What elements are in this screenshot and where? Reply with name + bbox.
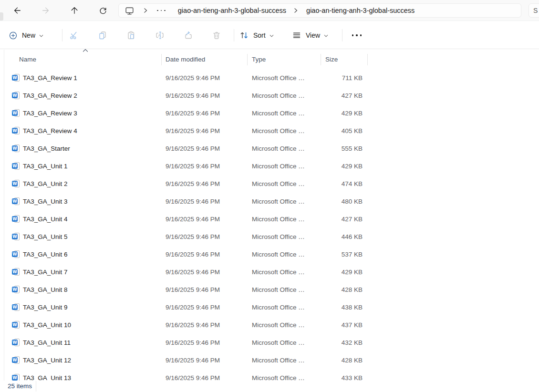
- address-bar[interactable]: giao-an-tieng-anh-3-global-success giao-…: [118, 3, 521, 18]
- file-row[interactable]: W TA3_GA_Unit 12 9/16/2025 9:46 PM Micro…: [0, 351, 539, 369]
- delete-button[interactable]: [207, 26, 226, 45]
- word-document-icon: W: [12, 268, 21, 276]
- file-name: TA3_GA_Unit 9: [23, 299, 68, 316]
- file-type: Microsoft Office …: [252, 351, 305, 369]
- file-name: TA3_GA_Unit 11: [23, 334, 71, 351]
- back-button[interactable]: [9, 2, 26, 19]
- cut-icon: [69, 31, 79, 40]
- word-badge: W: [12, 163, 18, 169]
- file-date-modified: 9/16/2025 9:46 PM: [166, 281, 220, 299]
- file-size: 433 KB: [315, 369, 363, 381]
- breadcrumb-overflow-button[interactable]: [157, 10, 166, 11]
- file-date-modified: 9/16/2025 9:46 PM: [166, 369, 220, 381]
- file-row[interactable]: W TA3_GA_Unit 4 9/16/2025 9:46 PM Micros…: [0, 210, 539, 228]
- file-row[interactable]: W TA3_GA_Unit 7 9/16/2025 9:46 PM Micros…: [0, 263, 539, 281]
- copy-button[interactable]: [93, 26, 112, 45]
- file-row[interactable]: W TA3_GA_Starter 9/16/2025 9:46 PM Micro…: [0, 140, 539, 157]
- file-row[interactable]: W TA3_GA_Review 3 9/16/2025 9:46 PM Micr…: [0, 104, 539, 122]
- file-row[interactable]: W TA3_GA_Review 4 9/16/2025 9:46 PM Micr…: [0, 122, 539, 140]
- delete-icon: [212, 31, 221, 40]
- file-row[interactable]: W TA3_GA_Unit 11 9/16/2025 9:46 PM Micro…: [0, 334, 539, 351]
- word-document-icon: W: [12, 286, 21, 294]
- breadcrumb-item-parent[interactable]: giao-an-tieng-anh-3-global-success: [176, 6, 288, 15]
- word-document-icon: W: [12, 144, 21, 153]
- file-row[interactable]: W TA3_GA_Unit 9 9/16/2025 9:46 PM Micros…: [0, 299, 539, 316]
- file-row[interactable]: W TA3_GA_Review 1 9/16/2025 9:46 PM Micr…: [0, 69, 539, 87]
- new-button[interactable]: New: [9, 26, 44, 45]
- column-resize-handle[interactable]: [161, 54, 162, 65]
- more-options-button[interactable]: [347, 26, 366, 45]
- column-header-name[interactable]: Name: [19, 51, 36, 68]
- sort-arrows-icon: [239, 31, 249, 40]
- file-size: 555 KB: [315, 140, 363, 157]
- column-resize-handle[interactable]: [247, 54, 248, 65]
- file-date-modified: 9/16/2025 9:46 PM: [166, 210, 220, 228]
- word-document-icon: W: [12, 180, 21, 188]
- file-name: TA3_GA_Review 2: [23, 87, 77, 104]
- file-type: Microsoft Office …: [252, 299, 305, 316]
- word-badge: W: [12, 234, 18, 239]
- file-name: TA3_GA_Review 4: [23, 122, 77, 140]
- share-button[interactable]: [179, 26, 198, 45]
- file-type: Microsoft Office …: [252, 334, 305, 351]
- file-row[interactable]: W TA3_GA_Review 2 9/16/2025 9:46 PM Micr…: [0, 87, 539, 104]
- plus-circle-icon: [9, 31, 18, 40]
- file-type: Microsoft Office …: [252, 281, 305, 299]
- refresh-button[interactable]: [94, 2, 112, 19]
- file-type: Microsoft Office …: [252, 263, 305, 281]
- column-resize-handle[interactable]: [321, 54, 321, 65]
- word-document-icon: W: [12, 74, 21, 82]
- file-row[interactable]: W TA3_GA_Unit 10 9/16/2025 9:46 PM Micro…: [0, 316, 539, 334]
- file-date-modified: 9/16/2025 9:46 PM: [166, 316, 220, 334]
- file-size: 432 KB: [315, 334, 363, 351]
- up-button[interactable]: [66, 2, 83, 19]
- search-input[interactable]: S: [529, 3, 539, 18]
- file-row[interactable]: W TA3_GA_Unit 6 9/16/2025 9:46 PM Micros…: [0, 246, 539, 263]
- word-badge: W: [12, 287, 18, 292]
- copy-icon: [98, 31, 107, 40]
- command-toolbar: New A: [0, 21, 539, 49]
- file-date-modified: 9/16/2025 9:46 PM: [166, 246, 220, 263]
- breadcrumb-chevron[interactable]: [143, 7, 148, 14]
- file-size: 446 KB: [315, 228, 363, 246]
- column-header-size[interactable]: Size: [325, 51, 338, 68]
- file-date-modified: 9/16/2025 9:46 PM: [166, 157, 220, 175]
- rename-icon: A: [155, 31, 165, 40]
- chevron-down-icon: [39, 33, 44, 39]
- word-badge: W: [12, 269, 18, 275]
- file-name: TA3_GA_Unit 12: [23, 351, 71, 369]
- word-badge: W: [12, 340, 18, 345]
- file-size: 438 KB: [315, 299, 363, 316]
- sort-button[interactable]: Sort: [239, 26, 274, 45]
- file-size: 427 KB: [315, 210, 363, 228]
- paste-button[interactable]: [122, 26, 141, 45]
- rename-button[interactable]: A: [150, 26, 169, 45]
- file-row[interactable]: W TA3_GA_Unit 13 9/16/2025 9:46 PM Micro…: [0, 369, 539, 381]
- file-date-modified: 9/16/2025 9:46 PM: [166, 228, 220, 246]
- word-badge: W: [12, 110, 18, 116]
- file-size: 427 KB: [315, 87, 363, 104]
- cut-button[interactable]: [64, 26, 83, 45]
- file-row[interactable]: W TA3_GA_Unit 1 9/16/2025 9:46 PM Micros…: [0, 157, 539, 175]
- word-document-icon: W: [12, 303, 21, 311]
- forward-button[interactable]: [37, 2, 54, 19]
- column-header-type[interactable]: Type: [252, 51, 266, 68]
- file-type: Microsoft Office …: [252, 122, 305, 140]
- column-resize-handle[interactable]: [367, 54, 368, 65]
- breadcrumb-item-current[interactable]: giao-an-tieng-anh-3-global-success: [304, 6, 416, 15]
- word-badge: W: [12, 145, 18, 151]
- file-name: TA3_GA_Unit 6: [23, 246, 68, 263]
- view-button[interactable]: View: [292, 26, 329, 45]
- location-icon-button[interactable]: [124, 6, 135, 16]
- file-row[interactable]: W TA3_GA_Unit 8 9/16/2025 9:46 PM Micros…: [0, 281, 539, 299]
- column-header-date-modified[interactable]: Date modified: [166, 51, 205, 68]
- breadcrumb-chevron[interactable]: [293, 7, 299, 14]
- file-row[interactable]: W TA3_GA_Unit 5 9/16/2025 9:46 PM Micros…: [0, 228, 539, 246]
- word-badge: W: [12, 198, 18, 204]
- file-date-modified: 9/16/2025 9:46 PM: [166, 69, 220, 87]
- file-size: 474 KB: [315, 175, 363, 193]
- word-badge: W: [12, 322, 18, 328]
- back-icon: [13, 6, 21, 15]
- file-row[interactable]: W TA3_GA_Unit 3 9/16/2025 9:46 PM Micros…: [0, 193, 539, 210]
- file-row[interactable]: W TA3_GA_Unit 2 9/16/2025 9:46 PM Micros…: [0, 175, 539, 193]
